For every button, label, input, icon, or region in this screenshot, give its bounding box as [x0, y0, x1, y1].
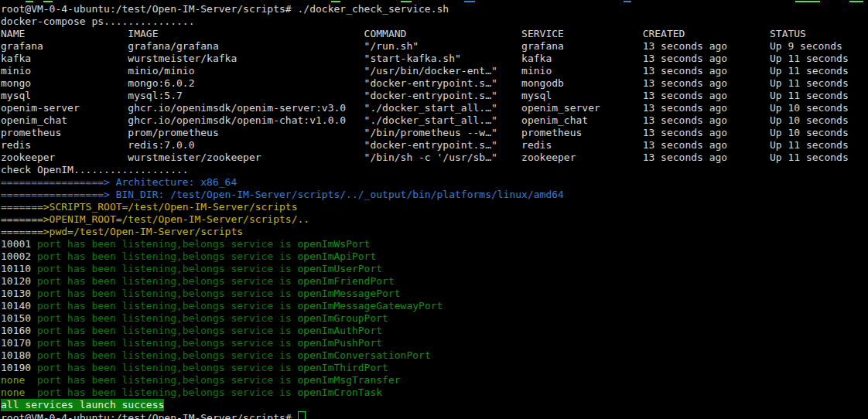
- table-cell-command: "/bin/sh -c '/usr/sb…": [364, 152, 497, 164]
- table-cell-name: redis: [1, 139, 31, 152]
- port-number: 10140: [1, 300, 37, 312]
- table-cell-created: 13 seconds ago: [643, 114, 728, 127]
- port-number: 10001: [1, 238, 37, 250]
- port-number: 10120: [1, 275, 37, 287]
- service-name: openImConversationPort: [298, 349, 431, 361]
- service-name: openImMessageGatewayPort: [298, 300, 443, 312]
- table-cell-status: Up 11 seconds: [770, 53, 849, 65]
- final-prompt-line: root@VM-0-4-ubuntu:/test/Open-IM-Server/…: [1, 411, 868, 419]
- architecture-line: =================> Architecture: x86_64: [1, 176, 868, 189]
- table-cell-name: openim_chat: [1, 114, 67, 127]
- service-name: openImUserPort: [298, 263, 383, 274]
- port-check-line: 10160 port has been listening,belongs se…: [1, 325, 868, 337]
- table-cell-service: kafka: [521, 53, 552, 65]
- table-cell-name: mysql: [1, 90, 31, 102]
- port-number: none: [1, 387, 37, 398]
- openim-root-line: =======>OPENIM_ROOT=/test/Open-IM-Server…: [1, 213, 868, 226]
- port-check-line: 10180 port has been listening,belongs se…: [1, 349, 868, 362]
- port-check-line: 10130 port has been listening,belongs se…: [1, 288, 868, 300]
- pwd-line: =======>pwd=/test/Open-IM-Server/scripts: [1, 226, 868, 238]
- table-row: miniominio/minio"/usr/bin/docker-ent…"mi…: [1, 65, 868, 77]
- table-cell-command: "docker-entrypoint.s…": [364, 90, 497, 102]
- service-name: openImCronTask: [298, 387, 383, 398]
- terminal-window[interactable]: root@VM-0-4-ubuntu:/test/Open-IM-Server/…: [0, 0, 868, 419]
- command-line: root@VM-0-4-ubuntu:/test/Open-IM-Server/…: [1, 3, 868, 15]
- table-cell-status: Up 11 seconds: [770, 77, 849, 90]
- table-cell-status: Up 10 seconds: [770, 114, 849, 127]
- port-check-line: 10170 port has been listening,belongs se…: [1, 337, 868, 349]
- table-cell-command: "./docker_start_all.…": [364, 102, 497, 114]
- compose-progress-line: docker-compose ps...............: [1, 15, 868, 28]
- listening-message: port has been listening,belongs service …: [37, 349, 298, 361]
- success-banner-line: all services launch success: [1, 399, 868, 411]
- column-header: NAME: [1, 28, 25, 40]
- bindir-line: =================> BIN_DIR: /test/Open-I…: [1, 189, 868, 201]
- table-row: mongomongo:6.0.2"docker-entrypoint.s…"mo…: [1, 77, 868, 90]
- port-number: 10190: [1, 362, 37, 373]
- shell-prompt: root@VM-0-4-ubuntu:/test/Open-IM-Server/…: [1, 3, 292, 15]
- table-cell-service: mysql: [521, 90, 552, 102]
- table-cell-command: "start-kafka.sh": [364, 53, 461, 65]
- listening-message: port has been listening,belongs service …: [37, 387, 298, 398]
- table-cell-image: minio/minio: [128, 65, 194, 77]
- column-header: IMAGE: [128, 28, 158, 40]
- port-number: 10002: [1, 250, 37, 262]
- table-cell-name: zookeeper: [1, 152, 55, 164]
- listening-message: port has been listening,belongs service …: [37, 288, 298, 299]
- table-cell-created: 13 seconds ago: [643, 102, 728, 114]
- table-cell-service: grafana: [521, 40, 564, 53]
- listening-message: port has been listening,belongs service …: [37, 263, 298, 274]
- service-name: openImMsgTransfer: [298, 374, 401, 386]
- table-cell-image: mysql:5.7: [128, 90, 182, 102]
- table-cell-command: "/usr/bin/docker-ent…": [364, 65, 497, 77]
- shell-prompt: root@VM-0-4-ubuntu:/test/Open-IM-Server/…: [1, 412, 298, 419]
- listening-message: port has been listening,belongs service …: [37, 325, 298, 336]
- table-row: zookeeperwurstmeister/zookeeper"/bin/sh …: [1, 152, 868, 164]
- port-number: 10130: [1, 288, 37, 299]
- typed-command: ./docker_check_service.sh: [292, 3, 449, 15]
- table-cell-created: 13 seconds ago: [643, 65, 728, 77]
- port-check-list: 10001 port has been listening,belongs se…: [1, 238, 868, 399]
- port-check-line: 10190 port has been listening,belongs se…: [1, 362, 868, 374]
- table-cell-service: prometheus: [521, 127, 582, 139]
- table-cell-service: openim_chat: [521, 114, 588, 127]
- table-cell-created: 13 seconds ago: [643, 90, 728, 102]
- port-check-line: 10001 port has been listening,belongs se…: [1, 238, 868, 250]
- table-cell-status: Up 11 seconds: [770, 65, 849, 77]
- service-name: openImMessagePort: [298, 288, 401, 299]
- table-cell-image: ghcr.io/openimsdk/openim-server:v3.0: [128, 102, 346, 114]
- port-number: 10150: [1, 312, 37, 324]
- text-fragment: [464, 1, 475, 2]
- text-fragment: [849, 1, 863, 2]
- text-fragment: [331, 1, 340, 2]
- port-check-line: 10140 port has been listening,belongs se…: [1, 300, 868, 312]
- service-name: openImAuthPort: [298, 325, 383, 336]
- port-check-line: 10002 port has been listening,belongs se…: [1, 250, 868, 263]
- table-cell-created: 13 seconds ago: [643, 40, 728, 53]
- table-cell-created: 13 seconds ago: [643, 77, 728, 90]
- table-cell-created: 13 seconds ago: [643, 127, 728, 139]
- service-name: openImGroupPort: [298, 312, 388, 324]
- table-cell-service: minio: [521, 65, 552, 77]
- port-check-line: none port has been listening,belongs ser…: [1, 374, 868, 387]
- table-cell-command: "docker-entrypoint.s…": [364, 139, 497, 152]
- table-cell-created: 13 seconds ago: [643, 139, 728, 152]
- table-cell-image: wurstmeister/kafka: [128, 53, 237, 65]
- port-check-line: 10150 port has been listening,belongs se…: [1, 312, 868, 325]
- listening-message: port has been listening,belongs service …: [37, 300, 298, 312]
- table-cell-status: Up 9 seconds: [770, 40, 842, 53]
- table-cell-name: mongo: [1, 77, 31, 90]
- table-cell-created: 13 seconds ago: [643, 53, 728, 65]
- table-cell-name: prometheus: [1, 127, 61, 139]
- text-fragment: [401, 1, 412, 2]
- column-header: CREATED: [643, 28, 685, 40]
- table-cell-status: Up 10 seconds: [770, 127, 849, 139]
- table-row: grafanagrafana/grafana"/run.sh"grafana13…: [1, 40, 868, 53]
- table-row: openim-serverghcr.io/openimsdk/openim-se…: [1, 102, 868, 114]
- terminal-cursor[interactable]: [298, 411, 306, 419]
- port-check-line: 10110 port has been listening,belongs se…: [1, 263, 868, 275]
- table-cell-image: ghcr.io/openimsdk/openim-chat:v1.0.0: [128, 114, 346, 127]
- port-number: 10110: [1, 263, 37, 274]
- listening-message: port has been listening,belongs service …: [37, 362, 298, 373]
- service-name: openImWsPort: [298, 238, 371, 250]
